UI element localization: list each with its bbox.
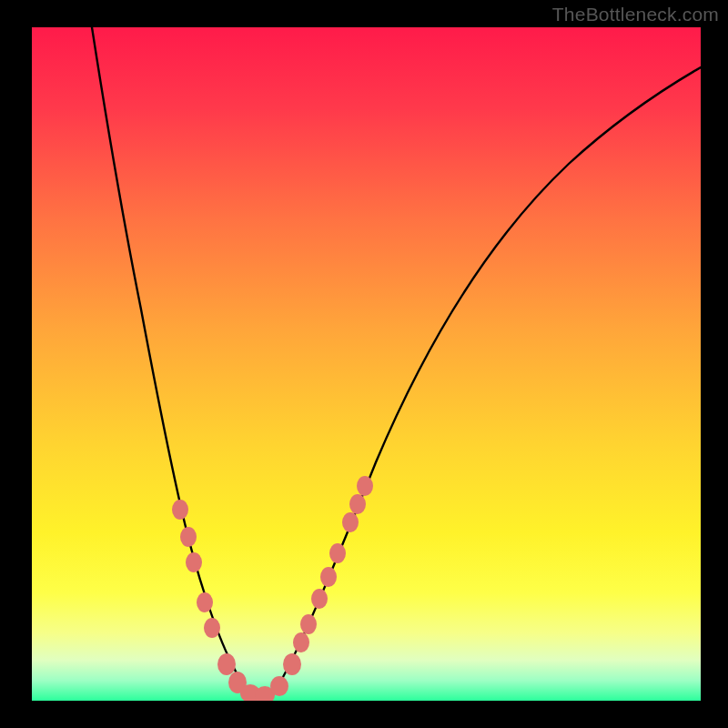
svg-point-10 xyxy=(270,676,288,696)
svg-point-11 xyxy=(283,653,301,675)
svg-point-12 xyxy=(293,632,309,652)
svg-point-6 xyxy=(217,653,236,675)
svg-point-17 xyxy=(342,512,359,532)
svg-point-4 xyxy=(197,592,213,612)
svg-point-1 xyxy=(172,500,188,520)
curve-path xyxy=(92,27,701,697)
svg-point-16 xyxy=(329,543,346,563)
plot-area xyxy=(32,27,701,701)
svg-point-18 xyxy=(349,494,366,514)
svg-point-14 xyxy=(311,589,328,609)
svg-point-5 xyxy=(204,618,220,638)
svg-point-19 xyxy=(357,476,373,496)
svg-point-3 xyxy=(186,552,202,572)
v-curve xyxy=(32,27,701,701)
watermark-text: TheBottleneck.com xyxy=(552,4,719,25)
svg-point-13 xyxy=(300,614,317,634)
svg-point-2 xyxy=(180,527,197,547)
chart-container: TheBottleneck.com xyxy=(0,0,728,728)
svg-point-15 xyxy=(320,567,337,587)
